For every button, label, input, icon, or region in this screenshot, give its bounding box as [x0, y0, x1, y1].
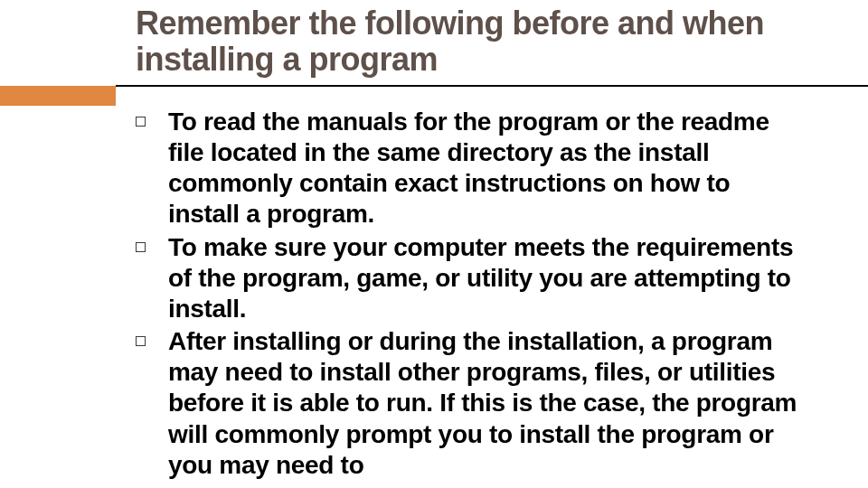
bullet-square-icon — [136, 336, 146, 346]
slide-title: Remember the following before and when i… — [136, 5, 787, 79]
bullet-list: To read the manuals for the program or t… — [136, 107, 805, 483]
bullet-square-icon — [136, 242, 146, 252]
list-item-text: To make sure your computer meets the req… — [168, 233, 793, 323]
list-item-text: After installing or during the installat… — [168, 327, 797, 479]
list-item: To make sure your computer meets the req… — [136, 232, 805, 324]
list-item-text: To read the manuals for the program or t… — [168, 108, 769, 228]
list-item: After installing or during the installat… — [136, 326, 805, 481]
slide: Remember the following before and when i… — [0, 0, 868, 488]
title-underline — [116, 85, 868, 87]
accent-bar — [0, 86, 116, 106]
bullet-square-icon — [136, 117, 146, 127]
list-item: To read the manuals for the program or t… — [136, 107, 805, 230]
